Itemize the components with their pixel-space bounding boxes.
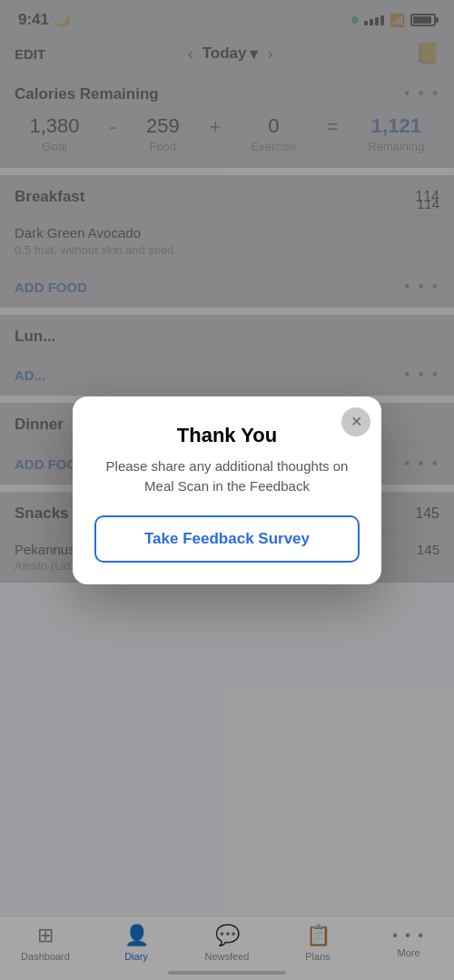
feedback-modal: ✕ Thank You Please share any additional …: [73, 397, 381, 584]
take-survey-button[interactable]: Take Feedback Survey: [94, 515, 360, 563]
modal-body: Please share any additional thoughts on …: [94, 456, 360, 497]
close-icon: ✕: [350, 413, 362, 430]
modal-overlay: ✕ Thank You Please share any additional …: [0, 0, 454, 980]
modal-close-button[interactable]: ✕: [341, 407, 370, 436]
modal-title: Thank You: [94, 424, 360, 447]
